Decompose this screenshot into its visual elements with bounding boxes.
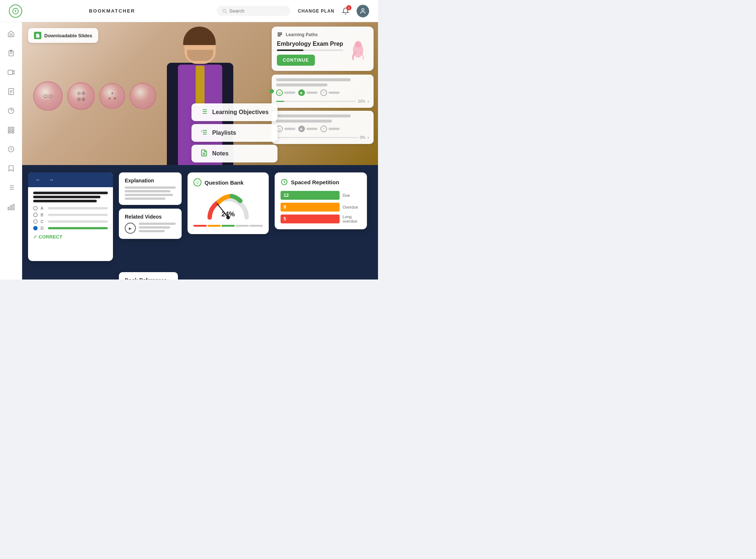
content-area: ○○ ⊕⊕⊕⊕ ✦✦ ✦ 📄 Downloadable Slides	[22, 22, 378, 280]
gauge-percentage: 24%	[221, 210, 235, 218]
svg-point-2	[223, 9, 226, 12]
quiz-option-d[interactable]: D	[33, 226, 108, 230]
avatar[interactable]	[357, 5, 369, 17]
notification-icon[interactable]: 1	[340, 6, 351, 16]
learning-objectives-icon	[200, 108, 208, 117]
svg-rect-18	[11, 127, 14, 128]
cell-2: ⊕⊕⊕⊕	[67, 82, 95, 110]
svg-rect-22	[11, 132, 14, 133]
srep-due-label: Due	[343, 193, 361, 198]
slides-label: Downloadable Slides	[44, 33, 92, 38]
question-bank-title: Question Bank	[205, 179, 244, 186]
spaced-rep-rows: 12 Due 8 Overdue 5 Long ove	[281, 191, 361, 223]
srep-overdue-count: 8	[281, 204, 289, 210]
embryo-image	[348, 39, 368, 65]
explanation-stack: Explanation Related Videos ▶	[119, 172, 182, 280]
sidebar	[0, 22, 22, 280]
spaced-repetition-title: Spaced Repetition	[291, 179, 339, 185]
sidebar-item-document[interactable]	[5, 86, 17, 97]
srep-row-overdue: 8 Overdue	[281, 203, 361, 212]
topnav: BOOKMATCHER CHANGE PLAN 1	[0, 0, 378, 22]
quiz-option-a[interactable]: A	[33, 206, 108, 210]
play-icon[interactable]: ▶	[125, 223, 136, 234]
quiz-body: A B C	[28, 187, 113, 244]
quiz-option-b[interactable]: B	[33, 213, 108, 217]
search-icon	[222, 8, 227, 14]
course-1-pct: 10%	[358, 99, 365, 103]
svg-rect-20	[11, 130, 14, 131]
svg-rect-21	[8, 132, 10, 133]
sidebar-item-bookmark[interactable]	[5, 162, 17, 174]
active-dot	[269, 89, 274, 93]
cell-1: ○○	[33, 81, 63, 111]
lp-progress-bar	[277, 49, 343, 51]
svg-marker-10	[13, 71, 14, 74]
notification-badge: 1	[346, 5, 351, 10]
quiz-card: ← → A	[28, 172, 113, 261]
right-panel: Learning Paths Embryology Exam Prep CONT…	[267, 22, 378, 170]
menu-learning-objectives[interactable]: Learning Objectives	[192, 103, 278, 121]
srep-overdue-label: Overdue	[343, 205, 361, 209]
quiz-options: A B C	[33, 206, 108, 230]
learning-paths-icon	[277, 32, 283, 38]
sidebar-item-grid[interactable]	[5, 124, 17, 136]
related-videos-title: Related Videos	[125, 214, 176, 220]
svg-point-46	[355, 41, 361, 48]
app-title: BOOKMATCHER	[7, 8, 217, 14]
learning-paths-card: Learning Paths Embryology Exam Prep CONT…	[272, 27, 374, 71]
bottom-section: ← → A	[22, 165, 378, 280]
srep-row-due: 12 Due	[281, 191, 361, 200]
cells-row: ○○ ⊕⊕⊕⊕ ✦✦ ✦	[33, 81, 156, 111]
svg-line-3	[226, 12, 227, 13]
menu-overlay: Learning Objectives Playlists Notes	[192, 103, 278, 162]
continue-button[interactable]: CONTINUE	[277, 55, 315, 66]
sidebar-item-list[interactable]	[5, 182, 17, 193]
slides-card[interactable]: 📄 Downloadable Slides	[28, 28, 98, 43]
quiz-option-c[interactable]: C	[33, 219, 108, 224]
course-2-pct: 0%	[360, 136, 365, 140]
sidebar-item-chart[interactable]	[5, 201, 17, 213]
svg-rect-32	[13, 204, 14, 210]
sidebar-item-clipboard[interactable]	[5, 47, 17, 59]
notes-icon	[200, 149, 208, 158]
sidebar-item-quiz[interactable]	[5, 105, 17, 117]
question-bank-card: Q Question Bank	[188, 172, 269, 234]
notes-label: Notes	[212, 150, 228, 157]
srep-long-overdue-count: 5	[281, 216, 289, 222]
slides-icon: 📄	[34, 32, 41, 39]
sidebar-item-clock[interactable]	[5, 143, 17, 155]
playlists-label: Playlists	[212, 130, 236, 136]
svg-rect-17	[8, 127, 10, 128]
explanation-card: Explanation	[119, 172, 182, 205]
search-box[interactable]	[217, 6, 291, 16]
quiz-prev-button[interactable]: ←	[33, 176, 43, 184]
topnav-right: CHANGE PLAN 1	[298, 5, 369, 17]
video-area: ○○ ⊕⊕⊕⊕ ✦✦ ✦ 📄 Downloadable Slides	[22, 22, 378, 170]
sidebar-item-video[interactable]	[5, 66, 17, 78]
search-input[interactable]	[229, 8, 281, 14]
svg-point-4	[362, 8, 364, 11]
change-plan-button[interactable]: CHANGE PLAN	[298, 8, 334, 14]
srep-due-count: 12	[281, 192, 292, 198]
main-layout: ○○ ⊕⊕⊕⊕ ✦✦ ✦ 📄 Downloadable Slides	[0, 22, 378, 280]
gauge-container: 24%	[193, 192, 263, 221]
svg-rect-30	[8, 208, 9, 210]
spaced-rep-icon	[281, 178, 288, 186]
sidebar-item-home[interactable]	[5, 28, 17, 40]
quiz-header: ← →	[28, 172, 113, 187]
srep-long-overdue-label: Long overdue	[343, 215, 361, 223]
menu-notes[interactable]: Notes	[192, 145, 278, 162]
question-bank-icon: Q	[193, 178, 202, 186]
explanation-title: Explanation	[125, 178, 176, 184]
menu-playlists[interactable]: Playlists	[192, 124, 278, 142]
course-list: Q ▶ ?	[272, 75, 374, 144]
svg-rect-9	[8, 70, 13, 75]
svg-marker-42	[201, 130, 202, 132]
svg-rect-19	[8, 130, 10, 131]
quiz-next-button[interactable]: →	[47, 176, 56, 184]
srep-row-long-overdue: 5 Long overdue	[281, 215, 361, 223]
svg-rect-31	[10, 206, 11, 210]
course-item-2: Q ▶ ?	[272, 111, 374, 144]
lp-progress-fill	[277, 49, 303, 51]
cell-3: ✦✦ ✦	[99, 83, 125, 109]
